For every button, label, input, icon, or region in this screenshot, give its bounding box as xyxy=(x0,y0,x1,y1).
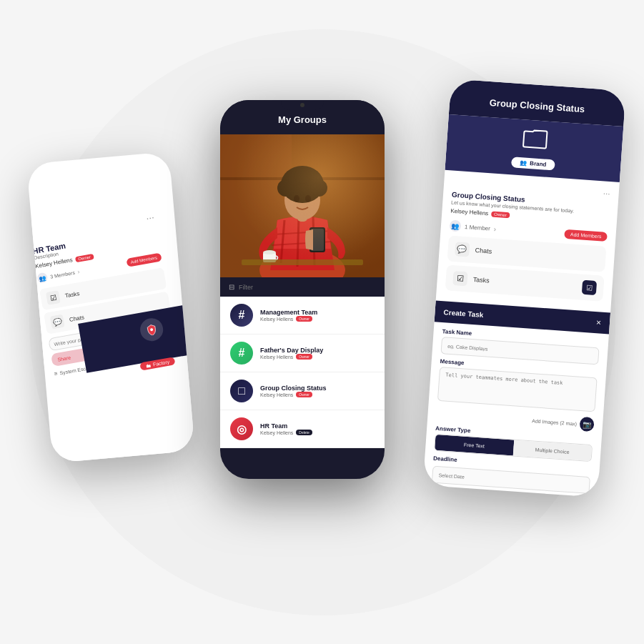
phone-center-wrapper: My Groups xyxy=(220,100,385,479)
filter-bar: ⊟ xyxy=(220,277,385,297)
camera-button[interactable]: 📷 xyxy=(579,417,594,432)
group-avatar-mgmt: # xyxy=(230,304,253,327)
owner-text-fathers: Kelsey Hellens xyxy=(260,355,293,360)
svg-point-29 xyxy=(294,168,310,184)
group-info-closing: Group Closing Status Kelsey Hellens Owne… xyxy=(260,385,375,397)
svg-point-31 xyxy=(305,195,311,202)
owner-badge-mgmt: Owner xyxy=(296,316,312,322)
right-add-members-button[interactable]: Add Members xyxy=(565,229,608,241)
right-members-text: 1 Member xyxy=(465,223,491,231)
task-form: Task Name Message Add Images (2 max) 📷 A… xyxy=(423,322,609,497)
image-upload-text: Add Images (2 max) xyxy=(532,418,577,426)
right-tasks-icon: ☑ xyxy=(452,271,467,286)
group-info-hr: HR Team Kelsey Hellens Delete xyxy=(260,422,375,435)
group-name-mgmt: Management Team xyxy=(260,309,375,316)
svg-rect-34 xyxy=(263,252,276,262)
right-tasks-badge: ☑ xyxy=(582,280,597,295)
folder-icon xyxy=(521,127,548,154)
phone-left: Factory ··· HR Team Description Kelsey H… xyxy=(26,152,195,463)
group-avatar-closing: □ xyxy=(230,380,253,402)
group-item-hr[interactable]: ◎ HR Team Kelsey Hellens Delete xyxy=(220,410,385,448)
right-chats-icon: 💬 xyxy=(455,242,470,257)
tasks-label: Tasks xyxy=(64,290,80,299)
svg-rect-22 xyxy=(297,206,307,222)
brand-tab[interactable]: 👥 Brand xyxy=(511,157,555,170)
group-name-hr: HR Team xyxy=(260,422,375,430)
group-name-fathers: Father's Day Display xyxy=(260,347,375,354)
svg-point-27 xyxy=(288,172,302,186)
svg-point-16 xyxy=(259,249,345,277)
right-title: Group Closing Status xyxy=(489,97,585,114)
svg-rect-33 xyxy=(311,229,324,251)
factory-label: Factory xyxy=(152,360,169,367)
svg-line-17 xyxy=(281,220,284,263)
create-task-label: Create Task xyxy=(443,308,484,319)
svg-point-24 xyxy=(281,166,324,203)
right-chats-label: Chats xyxy=(475,247,598,262)
shield-icon xyxy=(139,317,165,343)
members-chevron: › xyxy=(77,268,80,274)
brand-tab-label: Brand xyxy=(530,160,547,168)
svg-rect-15 xyxy=(220,177,385,180)
group-item-management[interactable]: # Management Team Kelsey Hellens Owner xyxy=(220,297,385,335)
create-task-close[interactable]: × xyxy=(596,317,602,327)
member-icon: 👥 xyxy=(36,272,48,284)
svg-point-23 xyxy=(284,180,320,220)
svg-point-30 xyxy=(294,195,299,202)
group-list: # Management Team Kelsey Hellens Owner #… xyxy=(220,297,385,448)
filter-input[interactable] xyxy=(239,284,376,291)
center-title: My Groups xyxy=(278,114,327,125)
free-text-option[interactable]: Free Text xyxy=(435,435,514,456)
right-members-left[interactable]: 👥 1 Member › xyxy=(449,220,496,235)
chats-label: Chats xyxy=(69,314,84,322)
camera-notch xyxy=(281,100,324,110)
phone-center: My Groups xyxy=(220,100,385,479)
svg-rect-12 xyxy=(220,134,385,277)
share-label: Share xyxy=(57,355,71,362)
owner-text-hr: Kelsey Hellens xyxy=(260,430,293,435)
owner-badge-closing: Owner xyxy=(296,392,312,397)
right-member-icon: 👥 xyxy=(449,220,461,232)
tasks-icon: ☑ xyxy=(46,290,61,305)
group-item-closing[interactable]: □ Group Closing Status Kelsey Hellens Ow… xyxy=(220,372,385,410)
multiple-choice-option[interactable]: Multiple Choice xyxy=(512,440,592,461)
svg-point-28 xyxy=(302,172,317,186)
group-owner-closing: Kelsey Hellens Owner xyxy=(260,392,375,397)
owner-badge-hr: Delete xyxy=(296,430,312,435)
camera-dot xyxy=(300,103,304,107)
members-count: 3 Members xyxy=(50,269,76,279)
owner-badge-fathers: Owner xyxy=(296,354,312,360)
add-members-button[interactable]: Add Members xyxy=(126,252,162,267)
svg-rect-36 xyxy=(242,259,363,265)
brand-tab-icon: 👥 xyxy=(520,159,527,167)
left-owner-badge: Owner xyxy=(75,253,94,262)
group-owner-hr: Kelsey Hellens Delete xyxy=(260,430,375,435)
svg-line-19 xyxy=(313,217,314,265)
group-item-fathers[interactable]: # Father's Day Display Kelsey Hellens Ow… xyxy=(220,335,385,372)
group-name-closing: Group Closing Status xyxy=(260,385,375,392)
svg-rect-14 xyxy=(220,134,292,277)
right-tasks-label: Tasks xyxy=(472,276,576,290)
owner-text-mgmt: Kelsey Hellens xyxy=(260,317,293,322)
group-avatar-hr: ◎ xyxy=(230,417,253,440)
svg-point-26 xyxy=(310,179,327,197)
svg-rect-32 xyxy=(309,227,325,252)
svg-line-20 xyxy=(274,231,331,234)
scene-container: Factory ··· HR Team Description Kelsey H… xyxy=(0,0,644,644)
right-owner-badge: Owner xyxy=(491,211,510,218)
svg-rect-13 xyxy=(220,134,385,277)
svg-point-35 xyxy=(263,250,276,254)
filter-icon: ⊟ xyxy=(229,283,234,291)
svg-line-18 xyxy=(297,217,299,267)
group-avatar-fathers: # xyxy=(230,342,253,365)
phone-right: Group Closing Status 👥 Brand ··· Group C… xyxy=(423,79,626,497)
right-chevron: › xyxy=(494,224,497,232)
left-members-left[interactable]: 👥 3 Members › xyxy=(36,267,80,284)
svg-line-21 xyxy=(272,242,332,245)
group-info-fathers: Father's Day Display Kelsey Hellens Owne… xyxy=(260,347,375,360)
owner-text-closing: Kelsey Hellens xyxy=(260,392,293,397)
group-info-mgmt: Management Team Kelsey Hellens Owner xyxy=(260,309,375,322)
group-owner-mgmt: Kelsey Hellens Owner xyxy=(260,316,375,322)
svg-rect-11 xyxy=(220,134,385,277)
phone-right-wrapper: Group Closing Status 👥 Brand ··· Group C… xyxy=(422,79,626,501)
